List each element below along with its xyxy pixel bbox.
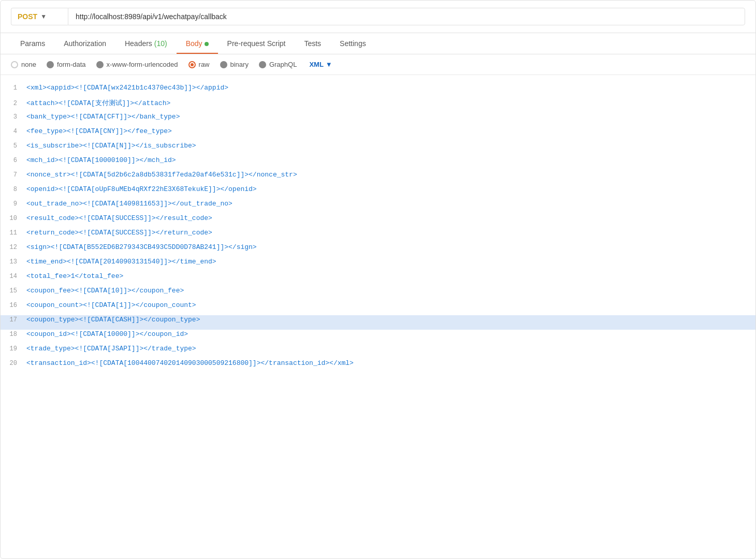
code-line-7: 7<nonce_str><![CDATA[5d2b6c2a8db53831f7e…: [1, 170, 755, 185]
line-content[interactable]: <result_code><![CDATA[SUCCESS]]></result…: [26, 214, 755, 223]
line-content[interactable]: <attach><![CDATA[支付测试]]></attach>: [26, 98, 755, 108]
line-number: 18: [1, 331, 26, 338]
line-number: 15: [1, 287, 26, 295]
line-content[interactable]: <mch_id><![CDATA[10000100]]></mch_id>: [26, 156, 755, 165]
code-line-3: 3<bank_type><![CDATA[CFT]]></bank_type>: [1, 112, 755, 127]
code-line-14: 14<total_fee>1</total_fee>: [1, 272, 755, 286]
line-content[interactable]: <coupon_id><![CDATA[10000]]></coupon_id>: [26, 330, 755, 339]
option-form-data[interactable]: form-data: [47, 61, 86, 68]
tab-authorization[interactable]: Authorization: [54, 33, 115, 54]
line-content[interactable]: <transaction_id><![CDATA[100440074020140…: [26, 359, 755, 367]
line-number: 16: [1, 302, 26, 309]
line-content[interactable]: <coupon_fee><![CDATA[10]]></coupon_fee>: [26, 286, 755, 295]
line-number: 17: [1, 316, 26, 323]
code-line-6: 6<mch_id><![CDATA[10000100]]></mch_id>: [1, 156, 755, 170]
code-line-4: 4<fee_type><![CDATA[CNY]]></fee_type>: [1, 127, 755, 141]
body-active-dot: [205, 42, 209, 46]
xml-chevron-icon: ▼: [326, 61, 332, 68]
line-content[interactable]: <out_trade_no><![CDATA[1409811653]]></ou…: [26, 199, 755, 208]
code-line-12: 12<sign><![CDATA[B552ED6B279343CB493C5DD…: [1, 243, 755, 257]
radio-x-www: [96, 61, 104, 68]
tab-body[interactable]: Body: [177, 33, 218, 54]
method-label: POST: [18, 12, 37, 21]
tab-pre-request-script[interactable]: Pre-request Script: [218, 33, 295, 54]
radio-binary: [220, 61, 227, 68]
line-content[interactable]: <openid><![CDATA[oUpF8uMEb4qRXf22hE3X68T…: [26, 185, 755, 194]
line-content[interactable]: <trade_type><![CDATA[JSAPI]]></trade_typ…: [26, 344, 755, 353]
line-content[interactable]: <return_code><![CDATA[SUCCESS]]></return…: [26, 228, 755, 237]
line-number: 7: [1, 171, 26, 179]
code-line-15: 15<coupon_fee><![CDATA[10]]></coupon_fee…: [1, 286, 755, 301]
option-x-www-form-urlencoded[interactable]: x-www-form-urlencoded: [96, 61, 178, 68]
method-selector[interactable]: POST ▼: [11, 8, 68, 25]
line-number: 5: [1, 142, 26, 150]
code-line-10: 10<result_code><![CDATA[SUCCESS]]></resu…: [1, 214, 755, 228]
line-number: 3: [1, 113, 26, 121]
line-content[interactable]: <xml><appid><![CDATA[wx2421b1c4370ec43b]…: [26, 83, 755, 92]
option-raw[interactable]: raw: [188, 61, 210, 68]
line-content[interactable]: <nonce_str><![CDATA[5d2b6c2a8db53831f7ed…: [26, 170, 755, 179]
code-line-2: 2<attach><![CDATA[支付测试]]></attach>: [1, 98, 755, 112]
code-editor: 1<xml><appid><![CDATA[wx2421b1c4370ec43b…: [1, 75, 755, 381]
radio-none: [11, 61, 18, 68]
code-line-17: 17<coupon_type><![CDATA[CASH]]></coupon_…: [1, 315, 755, 330]
body-options: none form-data x-www-form-urlencoded raw…: [1, 54, 755, 75]
tabs-bar: Params Authorization Headers (10) Body P…: [1, 33, 755, 54]
code-line-20: 20<transaction_id><![CDATA[1004400740201…: [1, 359, 755, 373]
line-number: 4: [1, 128, 26, 135]
url-input[interactable]: [68, 8, 745, 25]
line-content[interactable]: <bank_type><![CDATA[CFT]]></bank_type>: [26, 112, 755, 121]
line-number: 9: [1, 200, 26, 208]
code-line-8: 8<openid><![CDATA[oUpF8uMEb4qRXf22hE3X68…: [1, 185, 755, 199]
radio-form-data: [47, 61, 54, 68]
xml-selector[interactable]: XML ▼: [309, 61, 332, 68]
code-line-9: 9<out_trade_no><![CDATA[1409811653]]></o…: [1, 199, 755, 214]
line-number: 14: [1, 273, 26, 280]
line-content[interactable]: <total_fee>1</total_fee>: [26, 272, 755, 281]
option-binary[interactable]: binary: [220, 61, 249, 68]
option-graphql[interactable]: GraphQL: [259, 61, 297, 68]
code-line-5: 5<is_subscribe><![CDATA[N]]></is_subscri…: [1, 141, 755, 156]
line-content[interactable]: <is_subscribe><![CDATA[N]]></is_subscrib…: [26, 141, 755, 150]
url-bar: POST ▼: [1, 1, 755, 33]
tab-headers[interactable]: Headers (10): [115, 33, 177, 54]
headers-badge: (10): [154, 39, 167, 48]
line-number: 19: [1, 345, 26, 352]
line-number: 11: [1, 229, 26, 237]
line-number: 8: [1, 186, 26, 193]
code-line-13: 13<time_end><![CDATA[20140903131540]]></…: [1, 257, 755, 272]
line-content[interactable]: <sign><![CDATA[B552ED6B279343CB493C5DD0D…: [26, 243, 755, 252]
tab-params[interactable]: Params: [11, 33, 54, 54]
line-number: 20: [1, 360, 26, 367]
line-number: 13: [1, 258, 26, 266]
line-number: 2: [1, 100, 26, 107]
app-container: POST ▼ Params Authorization Headers (10)…: [0, 0, 756, 559]
line-number: 1: [1, 84, 26, 92]
line-content[interactable]: <time_end><![CDATA[20140903131540]]></ti…: [26, 257, 755, 266]
line-content[interactable]: <coupon_type><![CDATA[CASH]]></coupon_ty…: [26, 315, 755, 324]
line-content[interactable]: <coupon_count><![CDATA[1]]></coupon_coun…: [26, 301, 755, 310]
tab-settings[interactable]: Settings: [330, 33, 375, 54]
code-line-11: 11<return_code><![CDATA[SUCCESS]]></retu…: [1, 228, 755, 243]
radio-raw: [188, 61, 196, 68]
line-number: 6: [1, 157, 26, 164]
line-number: 12: [1, 244, 26, 251]
line-content[interactable]: <fee_type><![CDATA[CNY]]></fee_type>: [26, 127, 755, 136]
radio-graphql: [259, 61, 266, 68]
code-line-16: 16<coupon_count><![CDATA[1]]></coupon_co…: [1, 301, 755, 315]
code-line-19: 19<trade_type><![CDATA[JSAPI]]></trade_t…: [1, 344, 755, 359]
code-line-18: 18<coupon_id><![CDATA[10000]]></coupon_i…: [1, 330, 755, 344]
code-line-1: 1<xml><appid><![CDATA[wx2421b1c4370ec43b…: [1, 83, 755, 98]
line-number: 10: [1, 215, 26, 222]
tab-tests[interactable]: Tests: [295, 33, 330, 54]
option-none[interactable]: none: [11, 61, 36, 68]
chevron-down-icon: ▼: [40, 13, 47, 20]
